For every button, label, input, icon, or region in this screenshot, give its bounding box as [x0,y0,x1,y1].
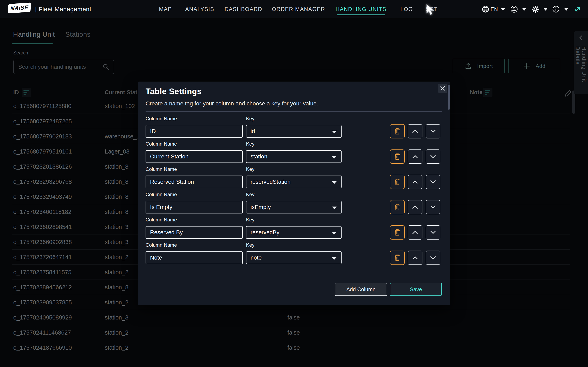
globe-icon[interactable] [482,0,489,18]
save-button[interactable]: Save [390,283,442,296]
gear-icon[interactable] [531,0,539,18]
column-name-input[interactable] [146,226,243,239]
column-name-input[interactable] [146,150,243,163]
delete-column-button[interactable] [390,175,405,189]
mouse-cursor [426,4,437,16]
user-caret-icon[interactable] [522,0,527,18]
move-up-button[interactable] [408,175,423,189]
key-select[interactable]: note [246,251,342,264]
key-label: Key [246,217,254,223]
column-name-label: Column Name [146,192,177,197]
language-label[interactable]: EN [491,0,498,18]
column-name-label: Column Name [146,242,177,248]
key-label: Key [246,116,254,122]
info-caret-icon[interactable] [564,0,569,18]
delete-column-button[interactable] [390,124,405,138]
move-up-button[interactable] [408,200,423,214]
column-name-input[interactable] [146,125,243,138]
delete-column-button[interactable] [390,200,405,214]
nav-item-order-manager[interactable]: ORDER MANAGER [272,0,325,18]
nav-item-log[interactable]: LOG [400,0,413,18]
modal-title: Table Settings [146,87,202,96]
top-navbar: NAiSE | Fleet Management MAP ANALYSIS DA… [0,0,588,18]
fullscreen-icon[interactable] [573,0,582,18]
key-select[interactable]: station [246,150,342,163]
move-up-button[interactable] [408,150,423,164]
key-label: Key [246,141,254,147]
key-label: Key [246,166,254,172]
chevron-down-icon [332,156,337,159]
key-label: Key [246,192,254,197]
column-config-row: Column Name Key reservedBy [138,217,450,242]
chevron-down-icon [332,207,337,209]
column-name-label: Column Name [146,166,177,172]
close-icon[interactable] [438,83,447,93]
nav-item-dashboard[interactable]: DASHBOARD [225,0,262,18]
add-column-button[interactable]: Add Column [335,283,387,296]
chevron-down-icon [332,181,337,184]
move-up-button[interactable] [408,225,423,240]
table-settings-modal: Table Settings Create a name tag for you… [138,82,450,305]
column-name-input[interactable] [146,251,243,264]
column-config-row: Column Name Key isEmpty [138,192,450,217]
delete-column-button[interactable] [390,150,405,164]
key-select[interactable]: id [246,125,342,138]
nav-item-handling-units[interactable]: HANDLING UNITS [336,0,386,18]
move-down-button[interactable] [426,200,440,214]
delete-column-button[interactable] [390,225,405,240]
modal-divider [146,111,442,112]
chevron-down-icon [332,131,337,133]
nav-item-analysis[interactable]: ANALYSIS [185,0,214,18]
column-name-label: Column Name [146,116,177,122]
settings-caret-icon[interactable] [543,0,548,18]
move-down-button[interactable] [426,150,440,164]
move-down-button[interactable] [426,225,440,240]
nav-item-map[interactable]: MAP [159,0,172,18]
product-title: | Fleet Management [35,0,91,18]
info-icon[interactable] [552,0,560,18]
modal-scrollbar[interactable] [448,85,450,110]
column-config-row: Column Name Key note [138,242,450,267]
column-name-input[interactable] [146,201,243,213]
key-select[interactable]: reservedStation [246,175,342,188]
key-label: Key [246,242,254,248]
move-down-button[interactable] [426,175,440,189]
column-config-row: Column Name Key id [138,116,450,141]
modal-subtitle: Create a name tag for your column and ch… [146,100,318,107]
language-caret-icon[interactable] [501,0,505,18]
move-up-button[interactable] [408,250,423,265]
user-icon[interactable] [510,0,518,18]
column-name-label: Column Name [146,217,177,223]
move-up-button[interactable] [408,124,423,138]
naise-logo: NAiSE [8,2,31,13]
column-config-row: Column Name Key reservedStation [138,166,450,192]
move-down-button[interactable] [426,250,440,265]
column-name-label: Column Name [146,141,177,147]
active-nav-underline [337,15,385,15]
column-config-row: Column Name Key station [138,141,450,166]
move-down-button[interactable] [426,124,440,138]
chevron-down-icon [332,232,337,234]
key-select[interactable]: reservedBy [246,226,342,239]
key-select[interactable]: isEmpty [246,201,342,213]
column-name-input[interactable] [146,175,243,188]
chevron-down-icon [332,257,337,260]
delete-column-button[interactable] [390,250,405,265]
